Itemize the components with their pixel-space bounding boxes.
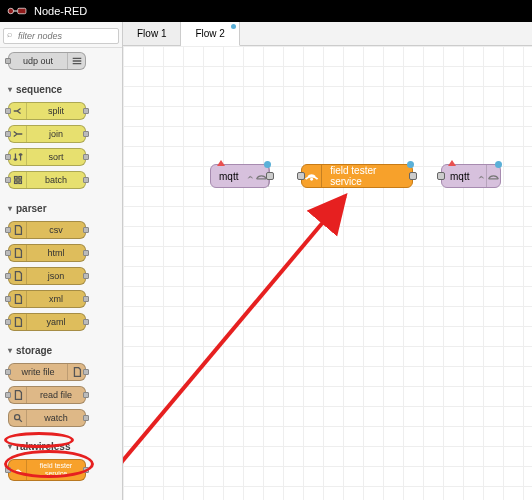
svg-point-8: [310, 178, 313, 181]
node-red-logo-icon: [6, 4, 28, 18]
filter-nodes-input[interactable]: [3, 28, 119, 44]
signal-icon: [477, 165, 486, 187]
svg-point-0: [8, 8, 14, 14]
palette-node-split[interactable]: split: [8, 102, 86, 120]
tab-flow-2[interactable]: Flow 2: [181, 22, 239, 46]
palette-node-write-file[interactable]: write file: [8, 363, 86, 381]
category-storage[interactable]: ▾ storage: [8, 343, 114, 358]
magnify-icon: [9, 410, 27, 426]
file-icon: [9, 268, 27, 284]
bars-icon: [67, 53, 85, 69]
file-icon: [9, 245, 27, 261]
input-port[interactable]: [437, 172, 445, 180]
palette-node-xml[interactable]: xml: [8, 290, 86, 308]
svg-line-9: [123, 196, 345, 496]
svg-point-6: [14, 415, 19, 420]
canvas-node-mqtt-out[interactable]: mqtt: [441, 164, 501, 188]
search-icon: ⌕: [7, 29, 12, 39]
category-sequence[interactable]: ▾ sequence: [8, 82, 114, 97]
app-title: Node-RED: [34, 5, 87, 17]
app-header: Node-RED: [0, 0, 532, 22]
output-port[interactable]: [409, 172, 417, 180]
palette-node-read-file[interactable]: read file: [8, 386, 86, 404]
palette-node-html[interactable]: html: [8, 244, 86, 262]
input-port[interactable]: [297, 172, 305, 180]
annotation-circle-node: [4, 450, 94, 478]
changed-indicator-icon: [495, 161, 502, 168]
palette-node-json[interactable]: json: [8, 267, 86, 285]
svg-rect-1: [18, 8, 26, 14]
unsaved-indicator-icon: [231, 24, 236, 29]
svg-rect-4: [14, 181, 17, 184]
output-port[interactable]: [266, 172, 274, 180]
palette-node-yaml[interactable]: yaml: [8, 313, 86, 331]
palette-sidebar: ⌕ udp out ▾ sequence split: [0, 22, 123, 500]
batch-icon: [9, 172, 27, 188]
workspace: Flow 1 Flow 2 mqtt field tester service: [123, 22, 532, 500]
canvas-node-field-tester-service[interactable]: field tester service: [301, 164, 413, 188]
tab-bar: Flow 1 Flow 2: [123, 22, 532, 46]
file-icon: [9, 314, 27, 330]
palette-node-batch[interactable]: batch: [8, 171, 86, 189]
file-icon: [9, 387, 27, 403]
file-icon: [9, 222, 27, 238]
signal-icon: [302, 165, 322, 187]
annotation-arrow: [123, 46, 532, 500]
canvas-node-mqtt-in[interactable]: mqtt: [210, 164, 270, 188]
svg-rect-5: [18, 181, 21, 184]
chevron-down-icon: ▾: [8, 85, 12, 94]
palette-node-sort[interactable]: sort: [8, 148, 86, 166]
error-indicator-icon: [448, 160, 456, 166]
sort-icon: [9, 149, 27, 165]
flow-canvas[interactable]: mqtt field tester service mqtt: [123, 46, 532, 500]
palette-node-csv[interactable]: csv: [8, 221, 86, 239]
tab-flow-1[interactable]: Flow 1: [123, 22, 181, 45]
error-indicator-icon: [217, 160, 225, 166]
chevron-down-icon: ▾: [8, 204, 12, 213]
category-parser[interactable]: ▾ parser: [8, 201, 114, 216]
bridge-icon: [486, 165, 500, 187]
split-icon: [9, 103, 27, 119]
chevron-down-icon: ▾: [8, 346, 12, 355]
annotation-circle-category: [4, 432, 74, 448]
join-icon: [9, 126, 27, 142]
svg-rect-3: [18, 177, 21, 180]
palette-node-udp-out[interactable]: udp out: [8, 52, 86, 70]
palette-node-join[interactable]: join: [8, 125, 86, 143]
changed-indicator-icon: [264, 161, 271, 168]
changed-indicator-icon: [407, 161, 414, 168]
signal-icon: [246, 165, 255, 187]
svg-rect-2: [14, 177, 17, 180]
palette-node-watch[interactable]: watch: [8, 409, 86, 427]
file-icon: [9, 291, 27, 307]
